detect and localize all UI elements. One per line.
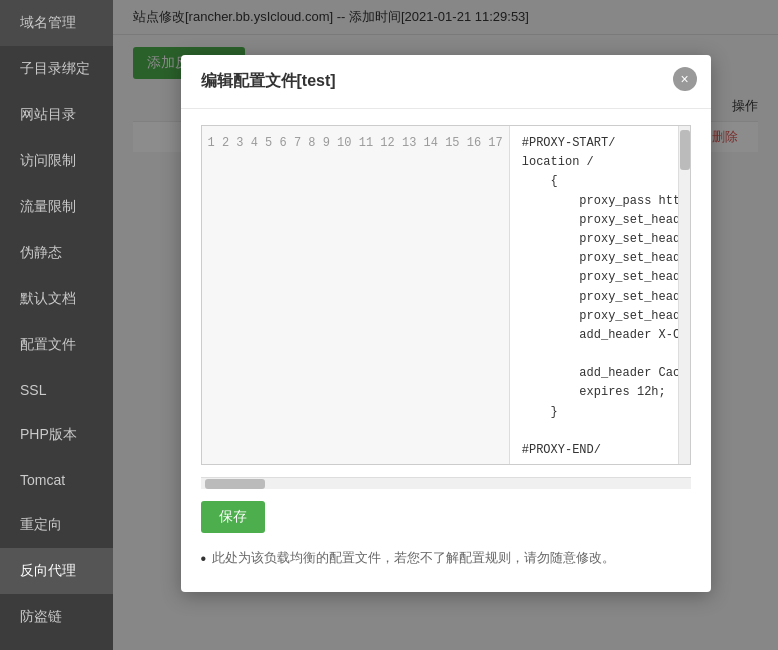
sidebar-item-proxy[interactable]: 反向代理 xyxy=(0,548,113,594)
code-editor: 1 2 3 4 5 6 7 8 9 10 11 12 13 14 15 16 1… xyxy=(201,125,691,465)
scrollbar-bottom-thumb xyxy=(205,479,265,489)
sidebar-item-domain[interactable]: 域名管理 xyxy=(0,0,113,46)
sidebar-item-traffic[interactable]: 流量限制 xyxy=(0,184,113,230)
modal-overlay: 编辑配置文件[test] × 1 2 3 4 5 6 7 8 9 10 11 1… xyxy=(113,0,778,650)
scrollbar-bottom[interactable] xyxy=(201,477,691,489)
sidebar-item-default-doc[interactable]: 默认文档 xyxy=(0,276,113,322)
scrollbar-bottom-track xyxy=(201,478,691,490)
sidebar-item-webdir[interactable]: 网站目录 xyxy=(0,92,113,138)
scrollbar-right[interactable] xyxy=(678,126,690,464)
sidebar-item-redirect[interactable]: 重定向 xyxy=(0,502,113,548)
save-button[interactable]: 保存 xyxy=(201,501,265,533)
sidebar-item-subdir[interactable]: 子目录绑定 xyxy=(0,46,113,92)
sidebar-item-php[interactable]: PHP版本 xyxy=(0,412,113,458)
sidebar-item-hotlink[interactable]: 防盗链 xyxy=(0,594,113,640)
sidebar-item-rewrite[interactable]: 伪静态 xyxy=(0,230,113,276)
sidebar-item-tomcat[interactable]: Tomcat xyxy=(0,458,113,502)
line-numbers: 1 2 3 4 5 6 7 8 9 10 11 12 13 14 15 16 1… xyxy=(202,126,510,464)
code-textarea[interactable]: #PROXY-START/ location / { proxy_pass ht… xyxy=(510,126,678,464)
modal-header: 编辑配置文件[test] xyxy=(181,55,711,109)
warning-note: • 此处为该负载均衡的配置文件，若您不了解配置规则，请勿随意修改。 xyxy=(181,537,711,568)
modal-footer: 保存 xyxy=(181,489,711,537)
main-content: 站点修改[rancher.bb.ysIcloud.com] -- 添加时间[20… xyxy=(113,0,778,650)
modal-close-button[interactable]: × xyxy=(673,67,697,91)
sidebar: 域名管理 子目录绑定 网站目录 访问限制 流量限制 伪静态 默认文档 配置文件 … xyxy=(0,0,113,650)
warning-bullet: • xyxy=(201,549,207,568)
modal-title: 编辑配置文件[test] xyxy=(201,72,336,89)
scrollbar-thumb-right xyxy=(680,130,690,170)
warning-text: 此处为该负载均衡的配置文件，若您不了解配置规则，请勿随意修改。 xyxy=(212,549,615,567)
sidebar-item-access[interactable]: 访问限制 xyxy=(0,138,113,184)
sidebar-item-log[interactable]: 响应日志 xyxy=(0,640,113,650)
modal-dialog: 编辑配置文件[test] × 1 2 3 4 5 6 7 8 9 10 11 1… xyxy=(181,55,711,592)
sidebar-item-ssl[interactable]: SSL xyxy=(0,368,113,412)
sidebar-item-config[interactable]: 配置文件 xyxy=(0,322,113,368)
